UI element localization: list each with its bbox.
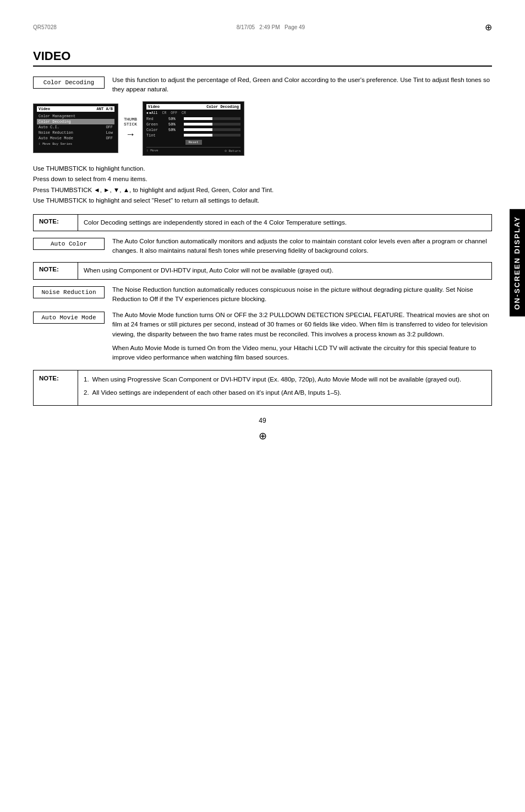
page-number: 49 <box>33 417 492 424</box>
noise-reduction-row: Noise Reduction The Noise Reduction func… <box>33 285 492 304</box>
screenshots-area: Video ANT A/B Color Management Color Dec… <box>33 101 492 156</box>
color-decoding-label: Color Decoding <box>33 77 105 89</box>
color-row-tint: Tint <box>146 133 240 138</box>
menu-item-noise-reduction: Noise ReductionLow <box>37 130 114 135</box>
note-row-2: NOTE: When using Component or DVI-HDTV i… <box>33 262 492 279</box>
menu-item-color-decoding: Color Decoding <box>37 119 114 124</box>
note2-label: NOTE: <box>34 263 78 276</box>
menu-item-6move: ↕ Move Buy Series <box>37 141 114 146</box>
note-box-3: NOTE: 1. When using Progressive Scan Com… <box>33 370 492 406</box>
color-row-green: Green 50% <box>146 122 240 127</box>
temp-cr1: CR <box>162 111 167 115</box>
screen2-title: Video Color Decoding <box>146 104 240 110</box>
bottom-cross-mark: ⊕ <box>33 430 492 442</box>
instruction-1: Use THUMBSTICK to highlight function. <box>33 164 492 175</box>
auto-color-label: Auto Color <box>33 238 105 250</box>
note2-content: When using Component or DVI-HDTV input, … <box>78 263 491 279</box>
color-row-color: Color 50% <box>146 128 240 132</box>
temp-cr2: CR <box>182 111 186 115</box>
temp-all: ●All <box>146 111 158 115</box>
screen2-nav: ↕ Move ⊙ Return <box>146 147 240 153</box>
noise-reduction-description: The Noise Reduction function automatical… <box>112 285 492 304</box>
nav-move: ↕ Move <box>146 149 158 153</box>
nav-return: ⊙ Return <box>225 149 240 153</box>
screen-mock-2: Video Color Decoding ●All CR OFF CR Red … <box>143 101 244 156</box>
arrow-right: → <box>125 129 135 140</box>
menu-item-auto-ci: Auto C.I.OFF <box>37 124 114 130</box>
doc-id: QR57028 <box>33 24 57 30</box>
color-decoding-description: Use this function to adjust the percenta… <box>112 75 492 95</box>
color-row-red: Red 50% <box>146 117 240 121</box>
auto-movie-description1: The Auto Movie Mode function turns ON or… <box>112 310 492 339</box>
auto-movie-row: Auto Movie Mode The Auto Movie Mode func… <box>33 310 492 362</box>
note3-items: 1. When using Progressive Scan Component… <box>78 370 491 405</box>
note3-item-1: 1. When using Progressive Scan Component… <box>84 375 486 384</box>
page-meta: QR57028 8/17/05 2:49 PM Page 49 ⊕ <box>33 22 492 32</box>
noise-reduction-label: Noise Reduction <box>33 286 105 298</box>
thumbstick-arrow: THUMBSTICK → <box>124 117 137 140</box>
note-row-1: NOTE: Color Decoding settings are indepe… <box>33 214 492 231</box>
note1-label: NOTE: <box>34 215 78 228</box>
instruction-3: Press THUMBSTICK ◄, ►, ▼, ▲, to highligh… <box>33 185 492 196</box>
thumbstick-label: THUMBSTICK <box>124 117 137 127</box>
auto-movie-description2: When Auto Movie Mode is turned On from t… <box>112 344 492 363</box>
note3-item-2: 2. All Video settings are independent of… <box>84 388 486 397</box>
temp-off: OFF <box>171 111 177 115</box>
section-title: VIDEO <box>33 49 492 67</box>
instruction-2: Press down to select from 4 menu items. <box>33 174 492 185</box>
top-cross-mark: ⊕ <box>485 22 492 32</box>
temp-selector: ●All CR OFF CR <box>146 111 240 115</box>
screen1-title: Video ANT A/B <box>37 106 114 112</box>
color-decoding-row: Color Decoding Use this function to adju… <box>33 75 492 95</box>
auto-color-description: The Auto Color function automatically mo… <box>112 237 492 256</box>
note3-label: NOTE: <box>34 370 78 386</box>
reset-button[interactable]: Reset <box>185 140 202 145</box>
date-time: 8/17/05 2:49 PM Page 49 <box>237 24 305 30</box>
menu-item-auto-movie: Auto Movie ModeOFF <box>37 135 114 141</box>
instruction-4: Use THUMBSTICK to highlight and select "… <box>33 195 492 206</box>
screen-mock-1: Video ANT A/B Color Management Color Dec… <box>33 103 118 153</box>
menu-item-color-management: Color Management <box>37 113 114 119</box>
instructions-block: Use THUMBSTICK to highlight function. Pr… <box>33 164 492 206</box>
note1-content: Color Decoding settings are independentl… <box>78 215 491 231</box>
auto-movie-label: Auto Movie Mode <box>33 312 105 324</box>
auto-color-row: Auto Color The Auto Color function autom… <box>33 237 492 256</box>
